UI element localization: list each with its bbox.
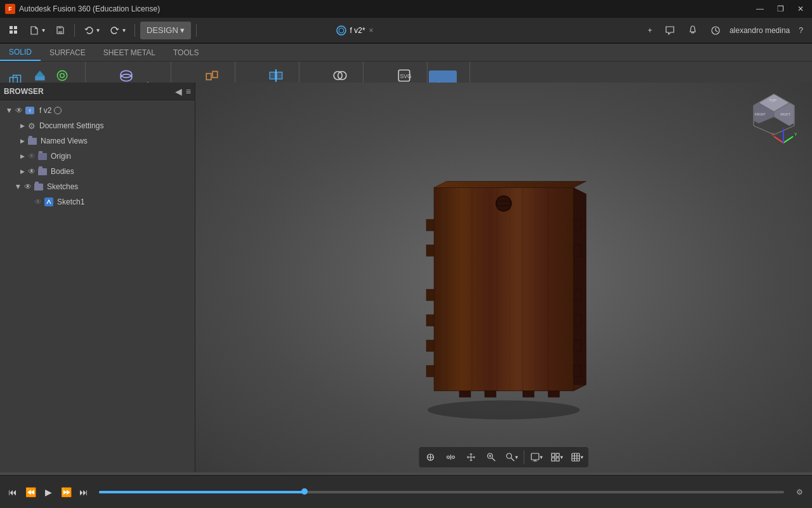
design-button[interactable]: DESIGN ▾ (140, 22, 191, 39)
as-built-icon (203, 67, 221, 84)
viewport[interactable]: TOP RIGHT FRONT X Y Z (195, 83, 812, 472)
svg-rect-1 (14, 26, 17, 29)
timeline-handle[interactable] (301, 488, 308, 495)
svg-line-59 (783, 137, 793, 143)
minimize-button[interactable]: — (754, 3, 766, 15)
skip-back-button[interactable]: ⏮ (5, 485, 20, 500)
tree-arrow-sketches[interactable]: ▶ (14, 182, 23, 191)
midplane-icon (267, 67, 285, 84)
svg-rect-33 (270, 72, 275, 79)
browser-tree: ▶ 👁 f f v2 ▶ ⚙ Document Settings ▶ Named… (0, 100, 195, 472)
browser-title: BROWSER (4, 87, 171, 96)
viewport-separator (524, 450, 525, 464)
interference-icon (331, 67, 349, 84)
svg-rect-89 (573, 315, 581, 326)
browser-collapse-button[interactable]: ◀ (175, 86, 182, 97)
tree-label-sketch1: Sketch1 (57, 197, 84, 206)
timeline-bar[interactable] (99, 491, 784, 493)
next-button[interactable]: ⏩ (58, 485, 74, 500)
insert-svg-icon: SVG (395, 67, 413, 84)
svg-rect-11 (35, 76, 44, 81)
save-button[interactable] (51, 22, 69, 39)
app-icon: F (5, 4, 15, 14)
zoom-button[interactable] (482, 449, 501, 465)
zoom-settings-button[interactable]: ▾ (502, 449, 521, 465)
skip-fwd-button[interactable]: ⏭ (76, 485, 91, 500)
browser-menu-button[interactable]: ≡ (186, 86, 191, 97)
tree-item-sketches[interactable]: ▶ 👁 Sketches (0, 179, 195, 194)
tab-solid[interactable]: SOLID (0, 44, 41, 61)
maximize-button[interactable]: ❐ (774, 3, 787, 15)
viewport-settings-button[interactable]: ▾ (568, 449, 587, 465)
svg-rect-84 (426, 340, 434, 352)
svg-point-15 (60, 74, 65, 78)
origin-folder-icon (38, 153, 47, 160)
tree-arrow-doc-settings[interactable]: ▶ (18, 121, 27, 130)
new-tab-button[interactable]: + (644, 22, 656, 39)
tab-sheet-metal[interactable]: SHEET METAL (95, 44, 164, 61)
tree-arrow-origin[interactable]: ▶ (18, 152, 27, 161)
svg-rect-9 (13, 75, 21, 83)
pan-button[interactable] (462, 449, 481, 465)
nav-cube[interactable]: TOP RIGHT FRONT X Y Z (749, 89, 799, 140)
svg-point-79 (496, 201, 511, 206)
svg-rect-116 (572, 453, 579, 461)
svg-rect-81 (426, 245, 434, 257)
tab-surface[interactable]: SURFACE (41, 44, 95, 61)
svg-line-108 (511, 458, 514, 461)
close-button[interactable]: ✕ (794, 3, 807, 15)
top-toolbar: ▾ ▾ ▾ DESIGN ▾ f v2* × + (0, 18, 812, 43)
svg-rect-82 (426, 290, 434, 301)
play-button[interactable]: ▶ (41, 485, 56, 500)
tree-eye-sketch1[interactable]: 👁 (33, 197, 43, 207)
tree-arrow-named-views[interactable]: ▶ (18, 137, 27, 145)
tree-item-bodies[interactable]: ▶ 👁 Bodies (0, 164, 195, 179)
file-menu-button[interactable]: ▾ (25, 22, 49, 39)
tree-arrow-bodies[interactable]: ▶ (18, 167, 27, 176)
svg-rect-3 (14, 30, 17, 34)
chat-button[interactable] (661, 22, 679, 39)
svg-text:Y: Y (794, 132, 797, 137)
tree-eye-root[interactable]: 👁 (14, 105, 24, 116)
tree-item-doc-settings[interactable]: ▶ ⚙ Document Settings (0, 118, 195, 133)
svg-rect-94 (523, 391, 534, 398)
app-grid-button[interactable] (5, 22, 23, 39)
prev-button[interactable]: ⏪ (23, 485, 38, 500)
svg-text:SVG: SVG (400, 73, 412, 79)
separator (134, 24, 135, 37)
snap-button[interactable] (421, 449, 440, 465)
snap-settings-button[interactable] (442, 449, 461, 465)
svg-rect-80 (426, 220, 434, 231)
tab-close-button[interactable]: × (369, 26, 374, 35)
tree-eye-bodies[interactable]: 👁 (27, 166, 37, 177)
separator (196, 24, 197, 37)
viewport-toolbar: ▾ ▾ ▾ ▾ (419, 447, 589, 467)
tree-label-named-views: Named Views (41, 137, 88, 145)
svg-marker-12 (35, 70, 44, 76)
tree-eye-origin[interactable]: 👁 (27, 151, 37, 161)
grid-settings-button[interactable]: ▾ (547, 449, 566, 465)
svg-point-14 (57, 70, 67, 80)
svg-rect-109 (531, 453, 539, 460)
tree-arrow-root[interactable]: ▶ (5, 106, 14, 115)
tree-label-origin: Origin (51, 152, 71, 161)
tree-item-origin[interactable]: ▶ 👁 Origin (0, 149, 195, 164)
help-button[interactable]: ? (795, 22, 807, 39)
tree-item-sketch1[interactable]: 👁 Sketch1 (0, 194, 195, 210)
svg-text:X: X (771, 132, 775, 137)
shell-icon (117, 67, 135, 84)
timeline-settings-button[interactable]: ⚙ (792, 485, 807, 500)
tab-tools[interactable]: TOOLS (164, 44, 207, 61)
svg-rect-28 (213, 71, 218, 77)
display-settings-button[interactable]: ▾ (527, 449, 546, 465)
redo-button[interactable]: ▾ (106, 22, 129, 39)
tree-dot-root (54, 107, 62, 114)
notification-button[interactable] (684, 22, 702, 39)
history-button[interactable] (707, 22, 724, 39)
named-views-folder-icon (28, 138, 37, 145)
undo-button[interactable]: ▾ (80, 22, 103, 39)
tree-item-named-views[interactable]: ▶ Named Views (0, 133, 195, 149)
tree-eye-sketches[interactable]: 👁 (23, 182, 33, 192)
tree-item-root[interactable]: ▶ 👁 f f v2 (0, 103, 195, 118)
tab-title: f v2* (350, 26, 365, 35)
